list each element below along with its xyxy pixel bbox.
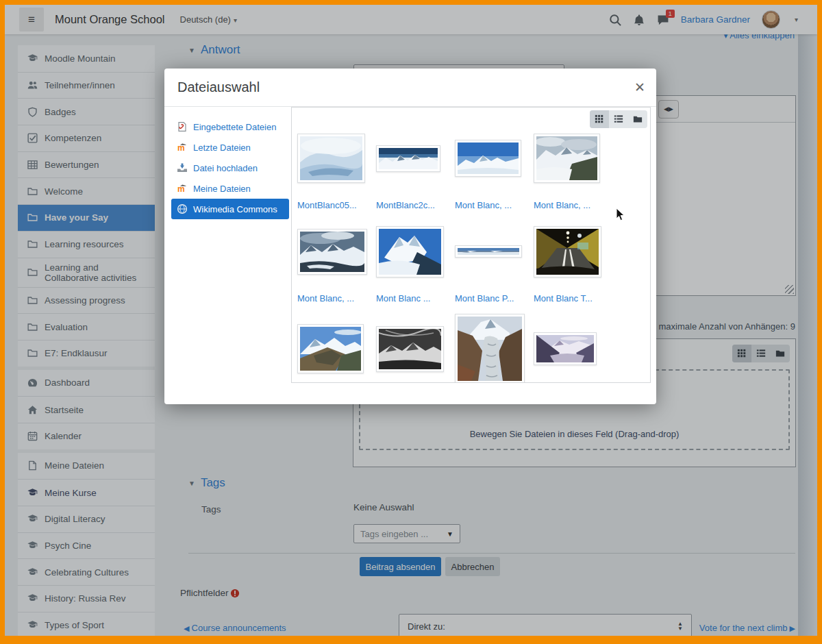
file-name-link[interactable]: Mont Blanc P... [455,286,527,310]
file-thumbnail [534,332,597,365]
moodle-m-icon: m [177,142,188,153]
file-tile-grid: MontBlanc05... MontBlanc2c... Mont Blanc… [297,124,619,383]
file-tile[interactable] [534,310,612,383]
page-stage: ≡ Mount Orange School Deutsch (de)▾ 1 Ba… [5,5,817,636]
repo-wikimedia-commons[interactable]: Wikimedia Commons [171,199,289,219]
file-tile[interactable]: Mont Blanc, ... [534,124,612,217]
file-thumbnail [534,226,601,277]
wikimedia-globe-icon [177,203,188,214]
file-tile[interactable] [297,310,376,383]
file-tile[interactable]: Mont Blanc, ... [297,217,376,310]
file-thumbnail [455,314,525,383]
file-tile[interactable] [455,310,534,383]
file-thumbnail [297,134,365,183]
svg-text:m: m [177,184,185,194]
file-tile[interactable]: Mont Blanc, ... [455,124,534,217]
file-picker-dialog: Dateiauswahl ✕ Eingebettete Dateien m Le… [164,69,656,404]
file-thumbnail [534,134,600,183]
file-thumbnail [455,140,521,177]
embedded-file-icon [177,121,188,132]
file-name-link[interactable]: Mont Blanc, ... [297,286,370,310]
file-name-link[interactable]: MontBlanc05... [297,193,370,217]
tree-view-folder-icon[interactable] [628,110,647,128]
file-tile[interactable]: Mont Blanc ... [376,217,455,310]
file-name-link[interactable]: Mont Blanc T... [534,286,606,310]
file-tile[interactable]: MontBlanc2c... [376,124,455,217]
repo-recent-files[interactable]: m Letzte Dateien [171,137,289,158]
file-tile[interactable]: Mont Blanc T... [534,217,612,310]
file-name-link[interactable]: MontBlanc2c... [376,193,449,217]
file-name-link[interactable]: Mont Blanc, ... [534,193,606,217]
file-thumbnail [376,226,444,277]
file-tile[interactable]: Mont Blanc P... [455,217,534,310]
repo-private-files[interactable]: m Meine Dateien [171,178,289,199]
file-thumbnail [297,229,367,275]
repository-list: Eingebettete Dateien m Letzte Dateien Da… [171,116,289,219]
file-picker-results: MontBlanc05... MontBlanc2c... Mont Blanc… [291,107,651,383]
file-thumbnail [376,145,440,172]
svg-text:m: m [177,143,185,153]
upload-icon [177,162,188,173]
file-tile[interactable] [376,310,455,383]
moodle-m-icon: m [177,183,188,194]
file-thumbnail [376,326,444,372]
file-tile[interactable]: MontBlanc05... [297,124,376,217]
file-thumbnail [297,324,364,373]
close-icon[interactable]: ✕ [634,79,645,95]
dialog-title: Dateiauswahl [177,79,260,95]
repo-upload-file[interactable]: Datei hochladen [171,158,289,178]
file-name-link[interactable]: Mont Blanc, ... [455,193,527,217]
dialog-header: Dateiauswahl ✕ [164,69,656,107]
file-thumbnail [455,245,522,258]
file-name-link[interactable]: Mont Blanc ... [376,286,449,310]
repo-embedded-files[interactable]: Eingebettete Dateien [171,116,289,137]
